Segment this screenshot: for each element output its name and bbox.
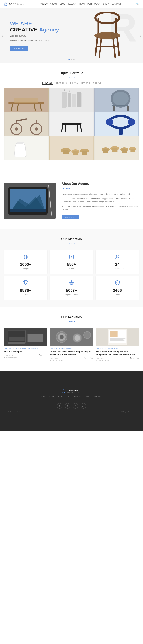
portfolio-item[interactable] xyxy=(4,112,49,136)
googleplus-icon[interactable]: G+ xyxy=(81,403,86,409)
nav-portfolio[interactable]: PORTFOLIO ▾ xyxy=(87,3,100,5)
twitter-icon[interactable]: t xyxy=(65,403,70,409)
logo[interactable]: MINDELO DESIGN STUDIO xyxy=(4,2,25,6)
filter-branding[interactable]: BRANDING xyxy=(56,82,67,84)
footer-nav-team[interactable]: TEAM xyxy=(65,396,70,398)
portfolio-section: Digital Portfolio 〜〜〜 SHOW ALL BRANDING … xyxy=(0,64,143,164)
hero-dot-1[interactable] xyxy=(69,59,70,60)
svg-rect-65 xyxy=(122,149,127,153)
nav-pages[interactable]: PAGES ▾ xyxy=(68,3,76,5)
filter-digital[interactable]: DIGITAL xyxy=(70,82,78,84)
portfolio-item[interactable] xyxy=(94,136,139,160)
svg-rect-63 xyxy=(112,148,117,152)
filter-people[interactable]: PEOPLE xyxy=(93,82,101,84)
stat-card-likes: 9876+ Likes xyxy=(4,276,48,300)
navbar: MINDELO DESIGN STUDIO HOME ▾ ABOUT BLOG … xyxy=(0,0,143,8)
stat-team-label: Team members xyxy=(97,268,137,270)
footer-nav-home[interactable]: HOME xyxy=(41,396,46,398)
activity-tags-2: ALPINE APPAQUE xyxy=(50,360,93,362)
hero-section: ‹ WE ARE CREATIVE Agency We'll do it our… xyxy=(0,8,143,64)
portfolio-item[interactable] xyxy=(4,88,49,112)
camera-icon xyxy=(6,254,46,261)
portfolio-filters: SHOW ALL BRANDING DIGITAL NATURE PEOPLE xyxy=(4,82,139,84)
footer: MINDELO DESIGN STUDIO HOME ABOUT BLOG TE… xyxy=(0,372,143,431)
filter-show-all[interactable]: SHOW ALL xyxy=(42,82,53,84)
target-icon xyxy=(52,280,91,287)
svg-rect-17 xyxy=(50,88,93,112)
activity-tags-3: ALPINE APPAQUE xyxy=(96,360,139,362)
svg-line-8 xyxy=(113,39,115,58)
svg-point-103 xyxy=(84,332,91,339)
portfolio-item[interactable]: ÅÅ xyxy=(49,88,94,112)
stat-clients-number: 2456 xyxy=(97,288,137,293)
portfolio-title: Digital Portfolio xyxy=(4,71,139,75)
nav-team[interactable]: TEAM xyxy=(79,3,85,5)
search-icon[interactable]: 🔍 xyxy=(136,2,139,5)
stats-wave: 〜〜〜 xyxy=(4,242,139,245)
facebook-icon[interactable]: f xyxy=(57,403,62,409)
hero-dot-3[interactable] xyxy=(73,59,75,60)
stat-card-video: 585+ Video xyxy=(50,250,93,274)
hero-prev-arrow[interactable]: ‹ xyxy=(2,34,3,38)
hero-next-arrow[interactable]: › xyxy=(140,34,141,38)
filter-nature[interactable]: NATURE xyxy=(81,82,90,84)
stat-likes-label: Likes xyxy=(6,294,46,296)
footer-logo-icon xyxy=(61,390,65,394)
svg-rect-49 xyxy=(119,128,123,134)
nav-home[interactable]: HOME ▾ xyxy=(40,3,48,5)
footer-social: f t in G+ xyxy=(8,403,135,409)
footer-nav-about[interactable]: ABOUT xyxy=(49,396,55,398)
portfolio-item[interactable] xyxy=(94,112,139,136)
activity-date-2: Nov 4, 2016 xyxy=(50,357,58,359)
nav-about[interactable]: ABOUT xyxy=(50,3,57,5)
portfolio-item[interactable] xyxy=(4,136,49,160)
svg-point-4 xyxy=(94,32,120,39)
footer-nav: HOME ABOUT BLOG TEAM PORTFOLIO SHOP CONT… xyxy=(8,396,135,398)
activity-cats-2: LIFE STYLE / PROGRAMMING xyxy=(50,348,93,350)
activity-image-2 xyxy=(50,328,93,346)
footer-nav-contact[interactable]: CONTACT xyxy=(94,396,102,398)
svg-rect-30 xyxy=(4,112,48,136)
footer-nav-portfolio[interactable]: PORTFOLIO xyxy=(73,396,83,398)
activity-card-1: LIFE STYLE / PROGRAMMING / BACKGROUND Th… xyxy=(4,328,47,364)
portfolio-grid: ÅÅ xyxy=(4,88,139,160)
portfolio-item[interactable] xyxy=(49,112,94,136)
logo-sub: DESIGN STUDIO xyxy=(9,4,25,6)
activity-title-2[interactable]: Rockin' and rollin' all week long. As lo… xyxy=(50,350,93,356)
footer-rights: All Rights Reserved xyxy=(121,411,135,413)
stat-team-number: 24 xyxy=(97,262,137,267)
svg-rect-52 xyxy=(50,136,93,160)
activities-title: Our Activities xyxy=(4,315,139,319)
activity-card-3: LIFE STYLE / PROGRAMMING There ain't not… xyxy=(96,328,139,364)
svg-rect-19 xyxy=(68,93,71,107)
portfolio-item[interactable] xyxy=(49,136,94,160)
svg-text:Å: Å xyxy=(69,90,70,92)
activity-date-1: Nov 4, 2016 xyxy=(4,354,13,356)
hero-title: WE ARE CREATIVE Agency xyxy=(10,20,59,33)
footer-nav-blog[interactable]: BLOG xyxy=(58,396,63,398)
svg-point-81 xyxy=(116,255,118,257)
footer-nav-shop[interactable]: SHOP xyxy=(86,396,91,398)
activity-title-1[interactable]: This is a audio post xyxy=(4,350,47,353)
activity-title-3[interactable]: There ain't nothin wrong with that. Stra… xyxy=(96,350,139,356)
stat-targets-label: Targets achieved xyxy=(52,294,91,296)
portfolio-item[interactable] xyxy=(94,88,139,112)
svg-point-102 xyxy=(75,335,80,341)
activity-tags-1: ALPINE APPAQUE xyxy=(4,357,47,359)
stat-video-number: 585+ xyxy=(52,262,91,267)
svg-point-77 xyxy=(25,256,27,258)
svg-point-26 xyxy=(113,92,129,106)
svg-point-34 xyxy=(35,127,38,130)
footer-logo-sub: DESIGN STUDIO xyxy=(67,392,82,394)
hero-cta-button[interactable]: SEE More xyxy=(10,46,28,51)
instagram-icon[interactable]: in xyxy=(73,403,78,409)
nav-contact[interactable]: CONTACT xyxy=(112,3,121,5)
footer-logo-text: MINDELO xyxy=(67,389,82,392)
hero-dot-2[interactable] xyxy=(71,59,72,60)
nav-blog[interactable]: BLOG xyxy=(60,3,65,5)
nav-shop[interactable]: SHOP xyxy=(103,3,109,5)
about-read-more-button[interactable]: READ MORE xyxy=(62,215,79,220)
svg-point-47 xyxy=(106,118,113,126)
stat-card-images: 1000+ Images xyxy=(4,250,48,274)
person-icon xyxy=(97,254,137,261)
